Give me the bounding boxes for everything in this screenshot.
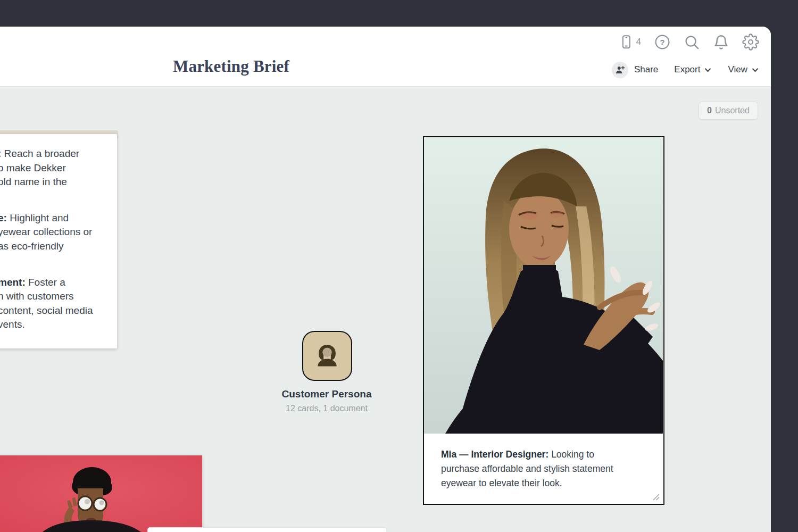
goals-card-text: : Reach a broader o make Dekker old name…	[0, 147, 120, 332]
persona-board-title[interactable]: Customer Persona	[263, 388, 390, 400]
view-button[interactable]: View	[728, 64, 759, 75]
person-plus-icon	[614, 64, 626, 76]
help-icon: ?	[654, 34, 671, 51]
export-button[interactable]: Export	[674, 64, 712, 75]
customer-persona-board[interactable]	[302, 331, 352, 381]
notifications-bell-icon	[713, 34, 729, 51]
woman-silhouette-icon	[312, 340, 343, 371]
mobile-device-button[interactable]: 4	[619, 34, 641, 51]
goals-text-card[interactable]: : Reach a broader o make Dekker old name…	[0, 134, 117, 348]
header-action-row: Share Export View	[612, 60, 759, 79]
share-avatar[interactable]	[612, 62, 628, 78]
mobile-device-icon	[619, 34, 633, 51]
bottom-card-edge[interactable]	[147, 527, 387, 532]
search-icon	[684, 34, 700, 51]
unsorted-badge[interactable]: 0 Unsorted	[699, 102, 758, 120]
red-photo-card[interactable]	[0, 455, 202, 532]
app-window: Marketing Brief 4 ?	[0, 27, 771, 532]
mia-photo	[424, 137, 663, 434]
mia-persona-card[interactable]: Mia — Interior Designer: Looking to purc…	[423, 136, 664, 505]
app-header: Marketing Brief 4 ?	[0, 27, 771, 87]
resize-handle-icon[interactable]	[653, 494, 660, 501]
settings-button[interactable]	[742, 34, 759, 51]
chevron-down-icon	[751, 66, 759, 74]
svg-text:?: ?	[660, 38, 664, 47]
settings-gear-icon	[742, 34, 759, 51]
header-icon-row: 4 ?	[619, 32, 759, 52]
page-title[interactable]: Marketing Brief	[173, 57, 289, 76]
red-photo	[0, 455, 202, 532]
search-button[interactable]	[684, 34, 700, 51]
device-count: 4	[636, 37, 641, 47]
mia-caption[interactable]: Mia — Interior Designer: Looking to purc…	[424, 434, 663, 503]
notifications-button[interactable]	[713, 34, 729, 51]
share-button[interactable]: Share	[634, 64, 658, 75]
chevron-down-icon	[704, 66, 712, 74]
desktop-background: Marketing Brief 4 ?	[0, 0, 798, 532]
help-button[interactable]: ?	[654, 34, 671, 51]
persona-board-subtitle: 12 cards, 1 document	[263, 404, 390, 413]
